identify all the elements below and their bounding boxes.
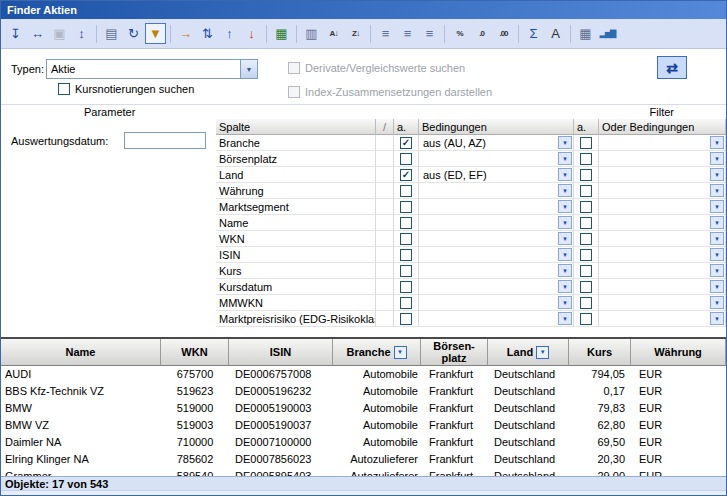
table-row[interactable]: Grammer589540DE0005895403AutozuliefererF…	[1, 468, 726, 476]
or-condition-active-checkbox[interactable]	[580, 169, 592, 181]
or-condition-dropdown-button[interactable]: ▼	[710, 280, 724, 293]
font-icon[interactable]: A	[545, 23, 566, 44]
or-condition-dropdown-button[interactable]: ▼	[710, 200, 724, 213]
condition-dropdown-button[interactable]: ▼	[558, 200, 572, 213]
chart-icon[interactable]: ▂▅▇	[597, 23, 618, 44]
table-icon[interactable]: ▦	[575, 23, 596, 44]
or-condition-dropdown-button[interactable]: ▼	[710, 184, 724, 197]
condition-active-checkbox[interactable]	[400, 249, 412, 261]
align-right-icon[interactable]: ≡	[419, 23, 440, 44]
table-row[interactable]: Daimler NA710000DE0007100000AutomobileFr…	[1, 434, 726, 451]
condition-dropdown-button[interactable]: ▼	[558, 136, 572, 149]
filter-icon[interactable]: ▼	[145, 23, 166, 44]
or-condition-dropdown-button[interactable]: ▼	[710, 296, 724, 309]
branche-filter-button[interactable]: ▼	[394, 346, 407, 359]
or-condition-active-checkbox[interactable]	[580, 313, 592, 325]
column-header-land[interactable]: Land▼	[488, 339, 569, 366]
column-layout-icon[interactable]: ▤	[101, 23, 122, 44]
condition-dropdown-button[interactable]: ▼	[558, 184, 572, 197]
import-layout-icon[interactable]: ↧	[5, 23, 26, 44]
insert-row-icon[interactable]: →	[175, 23, 196, 44]
table-row[interactable]: BBS Kfz-Technik VZ519623DE0005196232Auto…	[1, 383, 726, 400]
condition-active-checkbox[interactable]	[400, 185, 412, 197]
condition-dropdown-button[interactable]: ▼	[558, 152, 572, 165]
table-row[interactable]: BMW519000DE0005190003AutomobileFrankfurt…	[1, 400, 726, 417]
column-header-boersenplatz[interactable]: Börsen- platz	[421, 339, 488, 366]
auswertungsdatum-input[interactable]	[124, 132, 206, 149]
or-condition-dropdown-button[interactable]: ▼	[710, 232, 724, 245]
fit-width-icon[interactable]: ↔	[27, 23, 48, 44]
table-row[interactable]: AUDI675700DE0006757008AutomobileFrankfur…	[1, 366, 726, 383]
condition-active-checkbox[interactable]: ✓	[400, 169, 412, 181]
decimal-increase-icon[interactable]: .00	[493, 23, 514, 44]
column-header-wkn[interactable]: WKN	[161, 339, 229, 366]
column-header-kurs[interactable]: Kurs	[569, 339, 631, 366]
percent-icon[interactable]: %	[449, 23, 470, 44]
condition-dropdown-button[interactable]: ▼	[558, 280, 572, 293]
condition-active-checkbox[interactable]	[400, 201, 412, 213]
kursnotierungen-checkbox-row[interactable]: Kursnotierungen suchen	[58, 83, 194, 95]
column-header-branche[interactable]: Branche▼	[333, 339, 421, 366]
swap-rows-icon[interactable]: ⇅	[197, 23, 218, 44]
decimal-decrease-icon[interactable]: .0	[471, 23, 492, 44]
search-execute-button[interactable]: ⇄	[657, 56, 687, 79]
typen-select[interactable]: Aktie ▼	[46, 59, 258, 79]
condition-active-checkbox[interactable]	[400, 217, 412, 229]
or-condition-dropdown-button[interactable]: ▼	[710, 312, 724, 325]
sum-icon[interactable]: Σ	[523, 23, 544, 44]
condition-dropdown-button[interactable]: ▼	[558, 248, 572, 261]
criteria-header-oder[interactable]: Oder Bedingungen	[599, 119, 726, 135]
condition-dropdown-button[interactable]: ▼	[558, 168, 572, 181]
condition-dropdown-button[interactable]: ▼	[558, 264, 572, 277]
column-header-name[interactable]: Name	[1, 339, 161, 366]
table-row[interactable]: Elring Klinger NA785602DE0007856023Autoz…	[1, 451, 726, 468]
condition-dropdown-button[interactable]: ▼	[558, 312, 572, 325]
titlebar[interactable]: Finder Aktien	[1, 1, 726, 19]
table-row[interactable]: BMW VZ519003DE0005190037AutomobileFrankf…	[1, 417, 726, 434]
or-condition-active-checkbox[interactable]	[580, 249, 592, 261]
fit-height-icon[interactable]: ↕	[71, 23, 92, 44]
refresh-icon[interactable]: ↻	[123, 23, 144, 44]
kursnotierungen-checkbox[interactable]	[58, 83, 70, 95]
criteria-header-spalte[interactable]: Spalte	[216, 119, 376, 135]
or-condition-dropdown-button[interactable]: ▼	[710, 168, 724, 181]
condition-active-checkbox[interactable]	[400, 313, 412, 325]
or-condition-dropdown-button[interactable]: ▼	[710, 264, 724, 277]
condition-dropdown-button[interactable]: ▼	[558, 216, 572, 229]
condition-active-checkbox[interactable]: ✓	[400, 137, 412, 149]
pivot-table-icon[interactable]: ▦	[271, 23, 292, 44]
or-condition-active-checkbox[interactable]	[580, 265, 592, 277]
column-header-isin[interactable]: ISIN	[229, 339, 333, 366]
or-condition-dropdown-button[interactable]: ▼	[710, 152, 724, 165]
condition-active-checkbox[interactable]	[400, 297, 412, 309]
or-condition-dropdown-button[interactable]: ▼	[710, 248, 724, 261]
or-condition-dropdown-button[interactable]: ▼	[710, 136, 724, 149]
or-condition-active-checkbox[interactable]	[580, 201, 592, 213]
condition-dropdown-button[interactable]: ▼	[558, 232, 572, 245]
criteria-header-bedingungen[interactable]: Bedingungen	[419, 119, 574, 135]
condition-dropdown-button[interactable]: ▼	[558, 296, 572, 309]
column-header-waehrung[interactable]: Währung	[631, 339, 726, 366]
horizontal-scrollbar[interactable]	[1, 490, 726, 496]
or-condition-active-checkbox[interactable]	[580, 153, 592, 165]
or-condition-dropdown-button[interactable]: ▼	[710, 216, 724, 229]
condition-active-checkbox[interactable]	[400, 233, 412, 245]
or-condition-active-checkbox[interactable]	[580, 297, 592, 309]
sort-descending-icon[interactable]: Z↓	[345, 23, 366, 44]
condition-active-checkbox[interactable]	[400, 281, 412, 293]
columns-icon[interactable]: ▥	[301, 23, 322, 44]
or-condition-active-checkbox[interactable]	[580, 137, 592, 149]
sort-ascending-icon[interactable]: A↓	[323, 23, 344, 44]
land-filter-button[interactable]: ▼	[536, 346, 549, 359]
align-left-icon[interactable]: ≡	[375, 23, 396, 44]
chevron-down-icon[interactable]: ▼	[240, 60, 257, 78]
align-center-icon[interactable]: ≡	[397, 23, 418, 44]
or-condition-active-checkbox[interactable]	[580, 281, 592, 293]
or-condition-active-checkbox[interactable]	[580, 233, 592, 245]
move-up-icon[interactable]: ↑	[219, 23, 240, 44]
remove-row-icon[interactable]: ↓	[241, 23, 262, 44]
or-condition-active-checkbox[interactable]	[580, 185, 592, 197]
condition-active-checkbox[interactable]	[400, 265, 412, 277]
or-condition-active-checkbox[interactable]	[580, 217, 592, 229]
condition-active-checkbox[interactable]	[400, 153, 412, 165]
